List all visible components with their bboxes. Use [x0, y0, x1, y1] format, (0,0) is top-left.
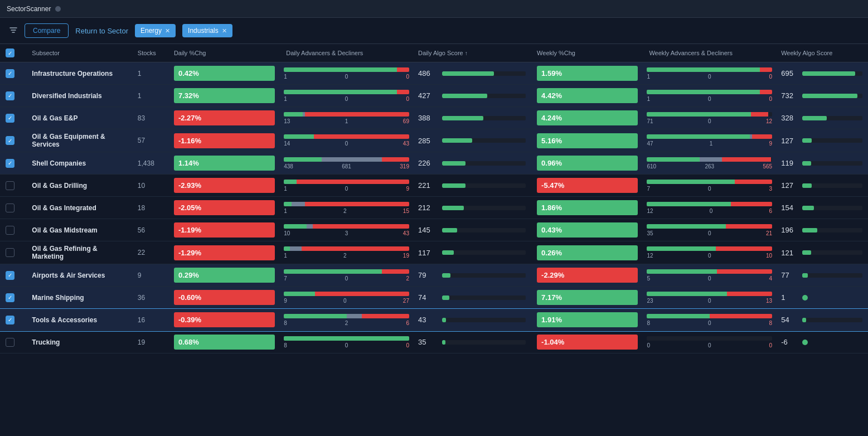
weekly-algo-bar-track	[802, 71, 862, 76]
weekly-algo-value: 127	[781, 181, 798, 190]
table-row[interactable]: Oil & Gas Refining & Marketing22-1.29% 1…	[0, 241, 868, 264]
weekly-algo-container: 695	[781, 69, 862, 77]
weekly-algo-bar-fill	[802, 228, 817, 232]
daily-algo-cell: 221	[413, 175, 531, 197]
row-checkbox[interactable]	[6, 181, 14, 190]
row-checkbox[interactable]	[6, 293, 14, 302]
filter-icon[interactable]	[9, 26, 18, 36]
table-row[interactable]: Oil & Gas Equipment & Services57-1.16% 1…	[0, 129, 868, 152]
weekly-pct-cell: 0.96%	[531, 152, 643, 175]
row-checkbox[interactable]	[6, 91, 14, 100]
stocks-count: 57	[138, 137, 145, 144]
col-header-weekly-algo: Weekly Algo Score	[775, 44, 868, 62]
daily-algo-cell: 74	[413, 287, 531, 309]
compare-button[interactable]: Compare	[25, 23, 69, 38]
daily-adv-label: 9	[284, 298, 287, 304]
table-row[interactable]: Airports & Air Services90.29% 7 0 2 79 -…	[0, 264, 868, 287]
row-checkbox[interactable]	[6, 316, 14, 324]
daily-algo-bar-fill	[442, 318, 447, 322]
weekly-algo-dot	[802, 340, 808, 345]
weekly-algo-container: 127	[781, 181, 862, 190]
industrials-tag[interactable]: Industrials ✕	[182, 24, 232, 37]
daily-algo-bar-fill	[442, 295, 450, 300]
select-all-checkbox[interactable]	[6, 49, 14, 57]
table-row[interactable]: Marine Shipping36-0.60% 9 0 27 74 7.17% …	[0, 287, 868, 309]
daily-algo-container: 145	[418, 226, 526, 234]
energy-tag[interactable]: Energy ✕	[135, 24, 176, 37]
table-row[interactable]: Oil & Gas E&P83-2.27% 13 1 69 388 4.24% …	[0, 107, 868, 129]
weekly-adv-dec-bar	[647, 336, 772, 341]
weekly-dec-bar	[710, 314, 772, 318]
table-row[interactable]: Tools & Accessories16-0.39% 8 2 6 43 1.9…	[0, 309, 868, 331]
row-checkbox[interactable]	[6, 248, 14, 257]
col-header-checkbox[interactable]	[0, 44, 26, 62]
stocks-count-cell: 1,438	[132, 152, 168, 175]
row-checkbox[interactable]	[6, 338, 14, 347]
table-row[interactable]: Trucking190.68% 8 0 0 35 -1.04% 0 0 0	[0, 331, 868, 353]
daily-adv-dec-bar	[284, 67, 409, 72]
daily-neu-label: 3	[345, 230, 348, 236]
row-checkbox[interactable]	[6, 226, 14, 235]
energy-tag-close[interactable]: ✕	[165, 27, 170, 35]
daily-pct-value: -2.05%	[174, 200, 275, 215]
weekly-pct-cell: 4.24%	[531, 107, 643, 129]
daily-dec-label: 319	[400, 163, 409, 169]
row-checkbox[interactable]	[6, 136, 14, 145]
weekly-adv-bar	[647, 157, 699, 162]
subsector-name-cell: Oil & Gas Integrated	[26, 197, 132, 219]
industrials-tag-close[interactable]: ✕	[222, 27, 227, 35]
return-to-sector-button[interactable]: Return to Sector	[75, 27, 128, 35]
weekly-adv-dec-cell: 8 0 8	[643, 309, 775, 331]
daily-algo-bar-fill	[442, 138, 472, 143]
row-checkbox[interactable]	[6, 159, 14, 168]
stocks-count: 10	[138, 182, 145, 190]
weekly-algo-bar-fill	[802, 116, 827, 120]
table-row[interactable]: Oil & Gas Midstream56-1.19% 10 3 43 145 …	[0, 219, 868, 241]
daily-algo-value: 74	[418, 293, 438, 302]
daily-dec-bar	[362, 314, 409, 318]
weekly-pct-value: 1.86%	[537, 200, 638, 215]
subsector-name-cell: Infrastructure Operations	[26, 62, 132, 85]
weekly-adv-dec-bar	[647, 269, 772, 274]
daily-adv-bar	[284, 134, 314, 139]
subsector-name: Oil & Gas Midstream	[32, 226, 97, 234]
row-checkbox[interactable]	[6, 204, 14, 212]
daily-neu-bar	[292, 202, 306, 206]
daily-adv-bar	[284, 180, 296, 184]
weekly-dec-label: 0	[769, 342, 773, 348]
stocks-count-cell: 1	[132, 62, 168, 85]
row-checkbox[interactable]	[6, 114, 14, 123]
stocks-count: 9	[138, 272, 142, 279]
subsector-name-cell: Oil & Gas Midstream	[26, 219, 132, 241]
weekly-algo-cell: 196	[775, 219, 868, 241]
weekly-adv-label: 1	[647, 74, 650, 80]
weekly-algo-cell: 695	[775, 62, 868, 85]
daily-adv-label: 438	[284, 163, 293, 169]
subsector-name: Trucking	[32, 338, 60, 346]
energy-tag-label: Energy	[140, 27, 162, 35]
table-row[interactable]: Oil & Gas Drilling10-2.93% 1 0 9 221 -5.…	[0, 175, 868, 197]
table-row[interactable]: Shell Companies1,4381.14% 438 681 319 22…	[0, 152, 868, 175]
weekly-adv-bar	[647, 269, 717, 274]
table-row[interactable]: Oil & Gas Integrated18-2.05% 1 2 15 212 …	[0, 197, 868, 219]
table-row[interactable]: Infrastructure Operations10.42% 1 0 0 48…	[0, 62, 868, 85]
weekly-algo-bar-fill	[802, 273, 808, 278]
weekly-pct-cell: 4.42%	[531, 85, 643, 107]
stocks-count-cell: 9	[132, 264, 168, 287]
weekly-adv-dec-bar	[647, 157, 772, 162]
row-checkbox[interactable]	[6, 271, 14, 280]
weekly-neu-label: 0	[708, 230, 711, 236]
weekly-adv-bar	[647, 292, 727, 296]
row-checkbox[interactable]	[6, 69, 14, 78]
subsector-name: Oil & Gas Drilling	[32, 182, 87, 190]
daily-pct-value: 0.42%	[174, 66, 275, 81]
table-row[interactable]: Diversified Industrials17.32% 1 0 0 427 …	[0, 85, 868, 107]
weekly-pct-value: 0.96%	[537, 156, 638, 171]
row-checkbox-cell	[0, 309, 26, 331]
daily-adv-dec-labels: 1 2 15	[284, 208, 409, 214]
daily-algo-value: 117	[418, 249, 438, 257]
daily-pct-value: 7.32%	[174, 88, 275, 103]
weekly-algo-bar-fill	[802, 250, 811, 255]
daily-algo-container: 35	[418, 338, 526, 346]
subsector-name: Oil & Gas Refining & Marketing	[32, 245, 97, 260]
